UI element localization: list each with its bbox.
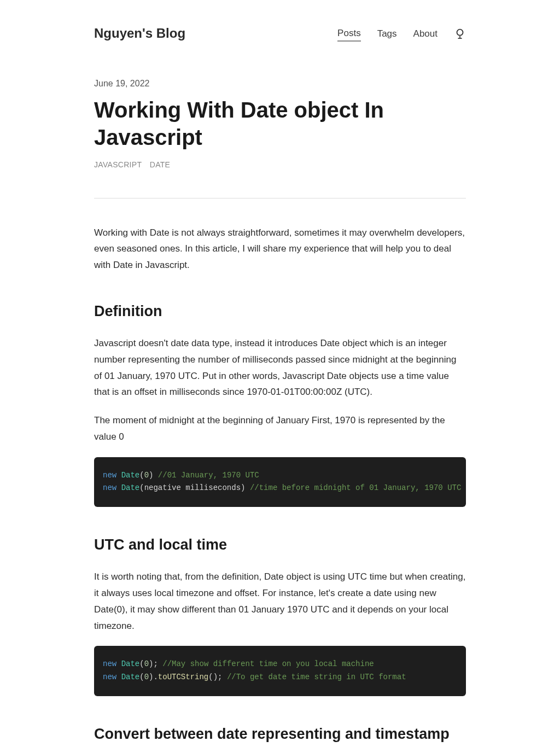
heading-convert: Convert between date representing and ti…	[94, 722, 466, 746]
nav-tags[interactable]: Tags	[377, 26, 397, 41]
definition-p1: Javascript doesn't date data type, inste…	[94, 335, 466, 400]
post-tags: JAVASCRIPT DATE	[94, 157, 466, 172]
nav-about[interactable]: About	[413, 26, 438, 41]
svg-point-0	[457, 30, 463, 36]
heading-definition: Definition	[94, 300, 466, 323]
divider	[94, 198, 466, 199]
intro-paragraph: Working with Date is not always straight…	[94, 225, 466, 273]
nav-posts[interactable]: Posts	[337, 26, 361, 42]
post-date: June 19, 2022	[94, 77, 466, 91]
lightbulb-icon	[454, 27, 466, 39]
post-title: Working With Date object In Javascript	[94, 96, 466, 151]
definition-p2: The moment of midnight at the beginning …	[94, 412, 466, 445]
tag-date[interactable]: DATE	[150, 160, 171, 169]
theme-toggle-button[interactable]	[454, 27, 466, 39]
heading-utc: UTC and local time	[94, 533, 466, 557]
code-block-1: new Date(0) //01 January, 1970 UTC new D…	[94, 457, 466, 507]
code-block-2: new Date(0); //May show different time o…	[94, 646, 466, 696]
main-nav: Posts Tags About	[337, 26, 466, 42]
tag-javascript[interactable]: JAVASCRIPT	[94, 160, 142, 169]
post-content: Working with Date is not always straight…	[94, 225, 466, 747]
site-header: Nguyen's Blog Posts Tags About	[94, 0, 466, 60]
site-title-link[interactable]: Nguyen's Blog	[94, 23, 185, 44]
utc-p1: It is worth noting that, from the defini…	[94, 569, 466, 634]
